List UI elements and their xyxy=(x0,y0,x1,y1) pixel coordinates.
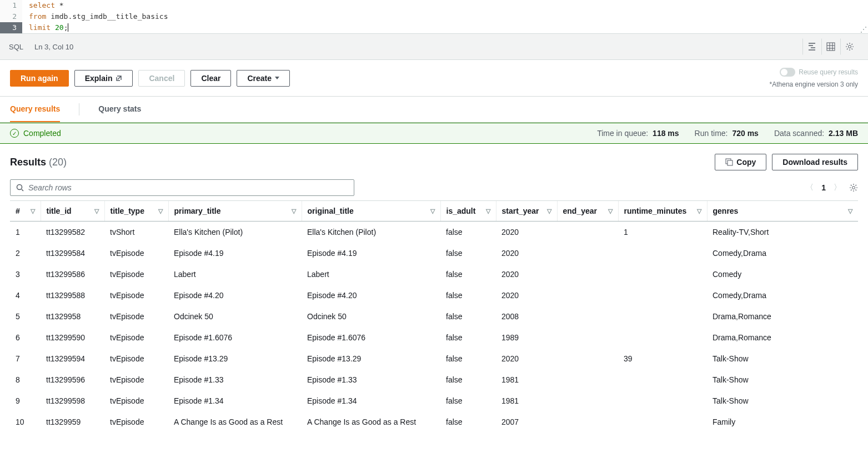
cell-genres: Comedy,Drama xyxy=(707,243,858,264)
cell-genres: Drama,Romance xyxy=(707,306,858,327)
table-row[interactable]: 8tt13299596tvEpisodeEpisode #1.33Episode… xyxy=(10,369,858,390)
cell-end_year xyxy=(557,411,618,432)
table-row[interactable]: 3tt13299586tvEpisodeLabertLabertfalse202… xyxy=(10,264,858,285)
table-row[interactable]: 2tt13299584tvEpisodeEpisode #4.19Episode… xyxy=(10,243,858,264)
code-line[interactable]: from imdb.stg_imdb__title_basics xyxy=(22,11,168,22)
cell-n: 6 xyxy=(10,327,41,348)
table-row[interactable]: 7tt13299594tvEpisodeEpisode #13.29Episod… xyxy=(10,348,858,369)
cell-title_type: tvEpisode xyxy=(104,390,168,411)
column-header-genres[interactable]: genres▽ xyxy=(707,201,858,222)
cell-end_year xyxy=(557,243,618,264)
filter-icon[interactable]: ▽ xyxy=(430,208,435,215)
cell-title_type: tvEpisode xyxy=(104,411,168,432)
filter-icon[interactable]: ▽ xyxy=(292,208,296,215)
tab-query-results[interactable]: Query results xyxy=(10,97,60,122)
cell-is_adult: false xyxy=(440,348,496,369)
chevron-down-icon xyxy=(275,77,279,79)
table-settings-icon[interactable] xyxy=(849,183,858,192)
copy-label: Copy xyxy=(736,158,756,167)
filter-icon[interactable]: ▽ xyxy=(697,208,701,215)
download-button[interactable]: Download results xyxy=(772,154,858,170)
table-row[interactable]: 1tt13299582tvShortElla's Kitchen (Pilot)… xyxy=(10,222,858,243)
cell-runtime_minutes xyxy=(618,285,707,306)
results-tabs: Query results Query stats xyxy=(0,97,868,123)
cell-end_year xyxy=(557,285,618,306)
code-line[interactable]: limit 20; xyxy=(22,22,68,33)
explain-button[interactable]: Explain xyxy=(74,70,133,87)
search-input[interactable] xyxy=(28,183,348,192)
column-header-startyear[interactable]: start_year▽ xyxy=(496,201,557,222)
cell-title_id: tt1329959 xyxy=(41,411,104,432)
column-header-primarytitle[interactable]: primary_title▽ xyxy=(168,201,302,222)
cell-original_title: Episode #4.19 xyxy=(302,243,440,264)
cell-start_year: 2008 xyxy=(496,306,557,327)
language-label: SQL xyxy=(9,43,23,51)
cell-title_id: tt13299586 xyxy=(41,264,104,285)
cell-genres: Talk-Show xyxy=(707,390,858,411)
cell-title_type: tvEpisode xyxy=(104,348,168,369)
filter-icon[interactable]: ▽ xyxy=(848,208,852,215)
cell-original_title: Labert xyxy=(302,264,440,285)
cell-original_title: A Change Is as Good as a Rest xyxy=(302,411,440,432)
cell-title_type: tvEpisode xyxy=(104,285,168,306)
column-header-titleid[interactable]: title_id▽ xyxy=(41,201,104,222)
next-page-icon[interactable]: 〉 xyxy=(834,183,841,193)
cell-n: 7 xyxy=(10,348,41,369)
cell-genres: Family xyxy=(707,411,858,432)
grid-icon[interactable] xyxy=(821,38,840,55)
cell-n: 4 xyxy=(10,285,41,306)
filter-icon[interactable]: ▽ xyxy=(547,208,551,215)
cell-start_year: 1981 xyxy=(496,390,557,411)
search-input-wrapper[interactable] xyxy=(10,179,354,196)
table-row[interactable]: 9tt13299598tvEpisodeEpisode #1.34Episode… xyxy=(10,390,858,411)
format-icon[interactable] xyxy=(802,38,821,55)
table-row[interactable]: 6tt13299590tvEpisodeEpisode #1.6076Episo… xyxy=(10,327,858,348)
cell-is_adult: false xyxy=(440,222,496,243)
cell-is_adult: false xyxy=(440,243,496,264)
cell-end_year xyxy=(557,327,618,348)
cell-is_adult: false xyxy=(440,411,496,432)
filter-icon[interactable]: ▽ xyxy=(486,208,490,215)
table-row[interactable]: 4tt13299588tvEpisodeEpisode #4.20Episode… xyxy=(10,285,858,306)
filter-icon[interactable]: ▽ xyxy=(94,208,99,215)
cell-runtime_minutes xyxy=(618,327,707,348)
cell-title_type: tvEpisode xyxy=(104,306,168,327)
cell-title_id: tt13299588 xyxy=(41,285,104,306)
query-status-bar: ✓ Completed Time in queue: 118 ms Run ti… xyxy=(0,123,868,144)
column-header-titletype[interactable]: title_type▽ xyxy=(104,201,168,222)
filter-icon[interactable]: ▽ xyxy=(158,208,163,215)
filter-icon[interactable]: ▽ xyxy=(31,208,35,215)
cell-n: 9 xyxy=(10,390,41,411)
copy-button[interactable]: Copy xyxy=(715,154,766,170)
filter-icon[interactable]: ▽ xyxy=(608,208,613,215)
column-header-runtimeminutes[interactable]: runtime_minutes▽ xyxy=(618,201,707,222)
cell-primary_title: Labert xyxy=(168,264,302,285)
search-icon xyxy=(16,184,24,192)
column-header-[interactable]: #▽ xyxy=(10,201,41,222)
code-line[interactable]: select * xyxy=(22,0,64,11)
run-button[interactable]: Run again xyxy=(10,70,69,87)
gear-icon[interactable] xyxy=(840,38,859,55)
column-header-endyear[interactable]: end_year▽ xyxy=(557,201,618,222)
cell-runtime_minutes xyxy=(618,411,707,432)
cell-start_year: 2020 xyxy=(496,243,557,264)
cell-title_type: tvShort xyxy=(104,222,168,243)
cell-title_id: tt13299598 xyxy=(41,390,104,411)
cell-is_adult: false xyxy=(440,306,496,327)
clear-button[interactable]: Clear xyxy=(190,70,231,87)
cell-is_adult: false xyxy=(440,369,496,390)
table-row[interactable]: 10tt1329959tvEpisodeA Change Is as Good … xyxy=(10,411,858,432)
tab-query-stats[interactable]: Query stats xyxy=(98,97,141,122)
cell-end_year xyxy=(557,264,618,285)
cell-genres: Comedy xyxy=(707,264,858,285)
prev-page-icon[interactable]: 〈 xyxy=(806,183,814,193)
table-row[interactable]: 5tt1329958tvEpisodeOdcinek 50Odcinek 50f… xyxy=(10,306,858,327)
sql-editor[interactable]: 1select *2from imdb.stg_imdb__title_basi… xyxy=(0,0,868,34)
column-header-isadult[interactable]: is_adult▽ xyxy=(440,201,496,222)
resize-handle-icon[interactable]: ⋰ xyxy=(860,26,868,33)
cell-start_year: 2020 xyxy=(496,348,557,369)
reuse-results-toggle[interactable]: Reuse query results xyxy=(780,68,858,77)
column-header-originaltitle[interactable]: original_title▽ xyxy=(302,201,440,222)
line-number: 2 xyxy=(0,11,22,22)
create-button[interactable]: Create xyxy=(237,70,290,87)
